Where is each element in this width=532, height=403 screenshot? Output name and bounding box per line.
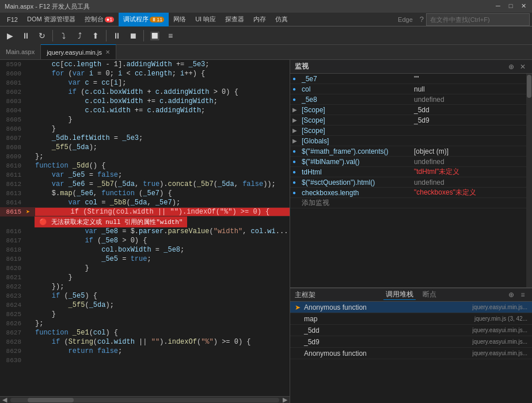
- menu-console[interactable]: 控制台 ●1: [80, 13, 119, 26]
- code-content[interactable]: 8599 cc[cc.length - 1].addingWidth += _5…: [0, 60, 290, 396]
- watch-name-col: col: [302, 85, 412, 93]
- code-line-8613: 8613 $.map(_5e6, function (_5e7) {: [0, 189, 290, 198]
- watch-row-scope1[interactable]: ▶ [Scope] _5dd: [290, 105, 526, 115]
- callstack-icons: ⊕ ≡: [507, 290, 527, 299]
- callstack-row-5d9[interactable]: _5d9 jquery.easyui.min.js...: [290, 336, 532, 348]
- menu-profiler[interactable]: 探查器: [221, 13, 249, 26]
- callstack-copy-icon[interactable]: ⊕: [507, 290, 516, 299]
- code-line-8610: 8610 function _5dd() {: [0, 161, 290, 170]
- step-into-button[interactable]: ⤴: [72, 28, 87, 43]
- menu-memory[interactable]: 内存: [249, 13, 271, 26]
- toolbar-separator-1: [52, 30, 53, 41]
- menu-dom[interactable]: DOM 资源管理器: [22, 13, 80, 26]
- file-search-input[interactable]: [426, 13, 530, 26]
- watch-vscroll-thumb[interactable]: [527, 75, 531, 98]
- tab-jquery[interactable]: jquery.easyui.min.js ✕: [41, 44, 116, 59]
- watch-row-scope3[interactable]: ▶ [Scope]: [290, 126, 526, 136]
- watch-row-col[interactable]: ● col null: [290, 84, 526, 94]
- stop-button[interactable]: ⏹: [126, 28, 140, 43]
- watch-row-scope2[interactable]: ▶ [Scope] _5d9: [290, 115, 526, 126]
- code-line-8604: 8604 c.col.width += c.addingWidth;: [0, 106, 290, 115]
- code-line-8623: 8623 if (_5e5) {: [0, 291, 290, 301]
- play-button[interactable]: ▶: [2, 28, 17, 43]
- watch-value-mathframe: [object (m)]: [412, 147, 524, 155]
- menu-f12[interactable]: F12: [2, 13, 22, 26]
- watch-value-scope1: _5dd: [412, 106, 524, 114]
- watch-panel-icons: ⊕ ✕: [507, 62, 527, 71]
- callstack-settings-icon[interactable]: ≡: [518, 290, 527, 299]
- code-line-8616: 8616 var _5e8 = $.parser.parseValue("wid…: [0, 227, 290, 236]
- code-line-8614: 8614 var col = _5b8(_5da, _5e7);: [0, 198, 290, 207]
- tab-mainaspx[interactable]: Main.aspx: [0, 44, 41, 59]
- close-button[interactable]: ✕: [519, 2, 527, 10]
- callstack-name-3: _5dd: [304, 326, 378, 334]
- callstack-row-anon2[interactable]: Anonymous function jquery.easyui.min.js.…: [290, 348, 532, 359]
- exception-button[interactable]: ≡: [163, 28, 178, 43]
- menu-ui[interactable]: UI 响应: [191, 13, 221, 26]
- menu-network[interactable]: 网络: [169, 13, 191, 26]
- menu-bar: F12 DOM 资源管理器 控制台 ●1 调试程序 ⏸11 网络 UI 响应 探…: [0, 13, 532, 26]
- watch-value-tdhtml: "tdHtml"未定义: [412, 167, 524, 177]
- step-over-button[interactable]: ⤵: [56, 28, 71, 43]
- watch-row-tdhtml[interactable]: ● tdHtml "tdHtml"未定义: [290, 167, 526, 177]
- code-line-8609: 8609 };: [0, 152, 290, 161]
- step-out-button[interactable]: ⬆: [88, 28, 103, 43]
- watch-name-5e8: _5e8: [302, 96, 412, 104]
- watch-row-lblname[interactable]: ● $("#lblName").val() undefined: [290, 157, 526, 167]
- refresh-button[interactable]: ↻: [35, 28, 50, 43]
- menu-emulation[interactable]: 仿真: [271, 13, 292, 26]
- watch-name-sctq: $("#sctQuestion").html(): [302, 178, 412, 187]
- watch-row-checkboxes[interactable]: ● checkboxes.length "checkboxes"未定义: [290, 188, 526, 198]
- callstack-name-2: map: [304, 315, 378, 323]
- toolbar-separator-2: [106, 30, 107, 41]
- tab-callstack[interactable]: 调用堆栈: [383, 290, 416, 300]
- callstack-name-5: Anonymous function: [304, 349, 378, 358]
- code-line-8615: 8615 ➤ if (String(col.width || "").index…: [0, 207, 290, 216]
- tab-close-jquery[interactable]: ✕: [105, 49, 110, 55]
- watch-name-tdhtml: tdHtml: [302, 168, 412, 176]
- watch-remove-icon[interactable]: ✕: [518, 62, 527, 71]
- watch-name-5e7: _5e7: [302, 75, 412, 83]
- debugger-badge: ⏸11: [150, 17, 164, 22]
- pause-button[interactable]: ⏸: [18, 28, 33, 43]
- watch-add-row[interactable]: 添加监视: [290, 198, 526, 208]
- tab-breakpoints[interactable]: 断点: [420, 290, 439, 300]
- maximize-button[interactable]: □: [507, 2, 515, 10]
- edge-label: Edge: [393, 16, 417, 23]
- watch-row-mathframe[interactable]: ● $("#math_frame").contents() [object (m…: [290, 146, 526, 157]
- code-line-8606: 8606 }: [0, 124, 290, 134]
- code-hscrollbar[interactable]: ◀ ▶: [0, 396, 290, 403]
- watch-row-sctq[interactable]: ● $("#sctQuestion").html() undefined: [290, 177, 526, 188]
- watch-add-icon[interactable]: ⊕: [507, 62, 516, 71]
- callstack-list: ➤ Anonymous function jquery.easyui.min.j…: [290, 302, 532, 403]
- breakpoint-button[interactable]: 🔲: [147, 28, 162, 43]
- tab-label-mainaspx: Main.aspx: [6, 48, 35, 55]
- code-line-8602: 8602 if (c.col.boxWidth + c.addingWidth …: [0, 88, 290, 97]
- minimize-button[interactable]: ─: [494, 2, 502, 10]
- callstack-subheader-label: 主框架: [295, 290, 316, 300]
- watch-icon-5e8: ●: [292, 96, 302, 102]
- watch-icon-5e7: ●: [292, 75, 302, 82]
- watch-name-scope2: [Scope]: [302, 116, 412, 124]
- watch-name-scope1: [Scope]: [302, 106, 412, 114]
- callstack-panel: 主框架 调用堆栈 断点 ⊕ ≡ ➤ Anonymous function jqu…: [290, 288, 532, 403]
- code-line-8617: 8617 if (_5e8 > 0) {: [0, 236, 290, 245]
- watch-row-5e8[interactable]: ● _5e8 undefined: [290, 94, 526, 105]
- watch-vscrollbar[interactable]: [526, 74, 532, 287]
- help-icon[interactable]: ?: [417, 15, 426, 24]
- watch-icon-mathframe: ●: [292, 148, 302, 154]
- menu-debugger[interactable]: 调试程序 ⏸11: [119, 13, 169, 26]
- code-line-8619: 8619 _5e5 = true;: [0, 254, 290, 264]
- callstack-row-anon1[interactable]: ➤ Anonymous function jquery.easyui.min.j…: [290, 302, 532, 313]
- code-line-8629: 8629 return false;: [0, 347, 290, 356]
- watch-name-scope3: [Scope]: [302, 127, 412, 135]
- hscroll-thumb[interactable]: [28, 398, 74, 402]
- hscroll-track[interactable]: [10, 398, 279, 402]
- break-button[interactable]: ⏸: [109, 28, 124, 43]
- watch-row-globals[interactable]: ▶ [Globals]: [290, 136, 526, 146]
- callstack-row-map[interactable]: map jquery.min.js (3, 42...: [290, 313, 532, 325]
- watch-icon-checkboxes: ●: [292, 189, 302, 196]
- code-editor: 8599 cc[cc.length - 1].addingWidth += _5…: [0, 60, 290, 403]
- callstack-row-5dd[interactable]: _5dd jquery.easyui.min.js...: [290, 325, 532, 336]
- watch-row-5e7[interactable]: ● _5e7 "": [290, 74, 526, 84]
